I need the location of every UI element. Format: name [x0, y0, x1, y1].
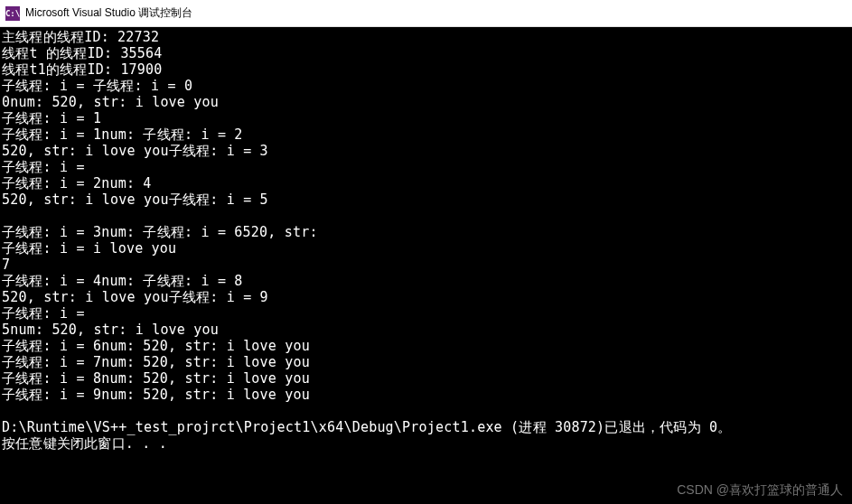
app-icon: C:\ [5, 6, 20, 21]
window-title: Microsoft Visual Studio 调试控制台 [25, 5, 192, 21]
window-titlebar: C:\ Microsoft Visual Studio 调试控制台 [0, 0, 852, 27]
console-output[interactable]: 主线程的线程ID: 22732 线程t 的线程ID: 35564 线程t1的线程… [0, 27, 852, 504]
